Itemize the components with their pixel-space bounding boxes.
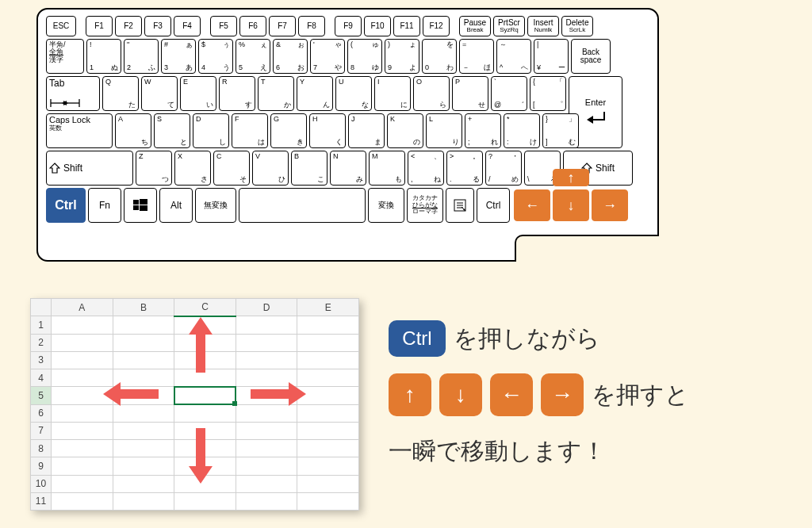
key-f12: F12 — [423, 16, 450, 36]
key-m: Mも — [369, 151, 405, 186]
key-0: を0わ — [422, 39, 457, 74]
svg-rect-7 — [133, 200, 139, 205]
key-comma: <、,ね — [408, 151, 444, 186]
key-1: !1ぬ — [86, 39, 121, 74]
key-j: Jま — [348, 113, 385, 148]
key-f5: F5 — [210, 16, 237, 36]
key-pause: PauseBreak — [459, 16, 491, 36]
svg-marker-6 — [587, 116, 593, 124]
key-v: Vひ — [252, 151, 289, 186]
key-7: 'ゃ7や — [310, 39, 345, 74]
key-f: Fは — [232, 113, 268, 148]
key-6: &ぉ6お — [273, 39, 308, 74]
key-p: Pせ — [452, 76, 488, 111]
key-x: Xさ — [174, 151, 211, 186]
key-period: >。.る — [446, 151, 483, 186]
key-f3: F3 — [144, 16, 171, 36]
key-w: Wて — [141, 76, 178, 111]
svg-rect-9 — [133, 205, 139, 210]
spreadsheet-preview: A B C D E 1 2 3 4 5 6 7 8 9 10 11 — [30, 298, 359, 511]
key-c: Cそ — [213, 151, 250, 186]
key-2: "2ふ — [124, 39, 159, 74]
key-at: `@゛ — [491, 76, 527, 111]
key-a: Aち — [115, 113, 151, 148]
key-z: Zつ — [136, 151, 172, 186]
keyboard-modifier-row: Ctrl Fn Alt 無変換 変換 カタカナ ひらがな ローマ字 Ctrl — [46, 188, 649, 223]
key-5: %ぇ5え — [236, 39, 270, 74]
key-backspace: Back space — [571, 39, 611, 74]
arrow-up-badge: ↑ — [389, 373, 431, 416]
key-h: Hく — [309, 113, 346, 148]
key-capslock: Caps Lock 英数 — [46, 113, 113, 148]
key-8: (ゅ8ゆ — [347, 39, 382, 74]
key-d: Dし — [193, 113, 229, 148]
key-tab: Tab — [46, 76, 100, 111]
key-colon: *:け — [504, 113, 540, 148]
key-delete: DeleteScrLk — [561, 16, 593, 36]
key-arrow-down: ↓ — [553, 189, 589, 221]
col-header: D — [236, 299, 297, 316]
col-header: B — [113, 299, 174, 316]
col-header: E — [297, 299, 359, 316]
key-y: Yん — [297, 76, 333, 111]
key-f8: F8 — [298, 16, 325, 36]
svg-rect-10 — [140, 205, 147, 211]
keyboard-function-row: ESC F1 F2 F3 F4 F5 F6 F7 F8 F9 F10 F11 F… — [46, 16, 649, 36]
keyboard-diagram: ESC F1 F2 F3 F4 F5 F6 F7 F8 F9 F10 F11 F… — [36, 8, 659, 262]
key-q: Qた — [102, 76, 139, 111]
key-ctrl-right: Ctrl — [477, 188, 510, 223]
enter-arrow-icon — [584, 110, 607, 126]
key-esc: ESC — [46, 16, 76, 36]
keyboard-number-row: 半角/ 全角 漢字 !1ぬ "2ふ #ぁ3あ $ぅ4う %ぇ5え &ぉ6お 'ゃ… — [46, 39, 649, 74]
key-bracket-open: {「[゜ — [530, 76, 566, 111]
key-yen: |¥ー — [534, 39, 569, 74]
shift-up-icon — [49, 163, 60, 174]
key-windows — [124, 188, 157, 223]
key-f4: F4 — [174, 16, 201, 36]
key-b: Bこ — [291, 151, 327, 186]
key-t: Tか — [258, 76, 294, 111]
key-s: Sと — [154, 113, 190, 148]
arrow-right-badge: → — [541, 373, 584, 416]
row-header: 6 — [31, 404, 52, 422]
row-header: 11 — [31, 492, 52, 510]
selected-cell — [174, 387, 236, 404]
key-k: Kの — [387, 113, 423, 148]
key-minus: =－ほ — [459, 39, 494, 74]
key-hankaku: 半角/ 全角 漢字 — [46, 39, 84, 74]
col-header: A — [52, 299, 113, 316]
key-arrow-left: ← — [514, 189, 550, 221]
row-header: 9 — [31, 457, 52, 475]
key-f9: F9 — [335, 16, 362, 36]
key-o: Oら — [413, 76, 450, 111]
key-arrow-up: ↑ — [553, 169, 589, 186]
tab-arrows-icon — [49, 98, 81, 109]
instruction-line3: 一瞬で移動します！ — [389, 428, 606, 473]
key-i: Iに — [374, 76, 411, 111]
key-kana: カタカナ ひらがな ローマ字 — [407, 188, 443, 223]
row-header: 1 — [31, 316, 52, 334]
key-f7: F7 — [269, 16, 296, 36]
key-slash: ?・/め — [485, 151, 522, 186]
key-f11: F11 — [393, 16, 420, 36]
keyboard-home-row: Caps Lock 英数 Aち Sと Dし Fは Gき Hく Jま Kの Lり … — [46, 113, 649, 148]
key-u: Uな — [335, 76, 372, 111]
key-n: Nみ — [330, 151, 366, 186]
instruction-line1: を押しながら — [454, 316, 600, 361]
row-header: 4 — [31, 369, 52, 387]
svg-rect-8 — [140, 199, 147, 205]
key-semicolon: +;れ — [465, 113, 501, 148]
row-header: 3 — [31, 351, 52, 369]
key-9: )ょ9よ — [385, 39, 419, 74]
ctrl-badge: Ctrl — [389, 320, 446, 357]
row-header: 10 — [31, 475, 52, 492]
key-shift-left: Shift — [46, 151, 133, 186]
menu-icon — [453, 198, 467, 212]
instruction-line2: を押すと — [592, 372, 689, 417]
key-3: #ぁ3あ — [161, 39, 196, 74]
arrow-left-badge: ← — [490, 373, 533, 416]
key-arrow-right: → — [592, 189, 628, 221]
key-space — [239, 188, 366, 223]
windows-icon — [132, 197, 148, 213]
key-prtscr: PrtScrSyzRq — [493, 16, 525, 36]
